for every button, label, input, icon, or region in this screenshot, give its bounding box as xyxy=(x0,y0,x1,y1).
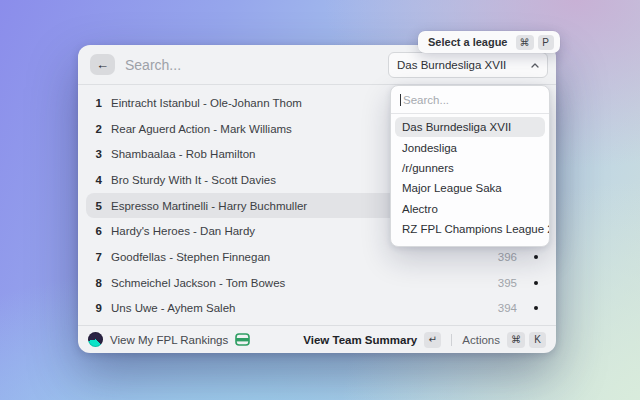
movement-dot-icon xyxy=(534,255,538,259)
row-rank: 1 xyxy=(92,97,102,109)
league-dropdown-search[interactable]: Search... xyxy=(391,86,549,114)
table-row[interactable]: 9Uns Uwe - Ayhem Saleh394 xyxy=(86,296,548,322)
row-rank: 7 xyxy=(92,251,102,263)
row-rank: 3 xyxy=(92,148,102,160)
keycap: ⌘ xyxy=(507,332,525,348)
main-search-input[interactable]: Search... xyxy=(125,57,181,73)
row-points: 394 xyxy=(498,302,517,314)
row-points: 396 xyxy=(498,251,517,263)
table-row[interactable]: 7Goodfellas - Stephen Finnegan396 xyxy=(86,244,548,270)
row-rank: 6 xyxy=(92,225,102,237)
row-team-manager: Rear Aguerd Action - Mark Williams xyxy=(111,123,292,135)
row-team-manager: Bro Sturdy With It - Scott Davies xyxy=(111,174,276,186)
row-rank: 4 xyxy=(92,174,102,186)
back-button[interactable]: ← xyxy=(90,54,115,75)
league-option[interactable]: Major League Saka xyxy=(395,178,545,198)
row-points: 395 xyxy=(498,277,517,289)
row-rank: 2 xyxy=(92,123,102,135)
keycap: P xyxy=(538,35,554,50)
text-cursor xyxy=(400,94,401,106)
tooltip-keys: ⌘P xyxy=(516,35,554,50)
row-team-manager: Schmeichel Jackson - Tom Bowes xyxy=(111,277,285,289)
footer-command-label: View My FPL Rankings xyxy=(110,334,228,346)
league-selector-button[interactable]: Das Burndesliga XVII xyxy=(388,52,548,78)
league-options-list: Das Burndesliga XVIIJondesliga/r/gunners… xyxy=(391,114,549,247)
back-arrow-icon: ← xyxy=(96,57,109,72)
keycap: ⌘ xyxy=(516,35,534,50)
footer: View My FPL Rankings View Team Summary ↵… xyxy=(78,325,556,353)
movement-dot-icon xyxy=(534,281,538,285)
row-team-manager: Shambaalaa - Rob Hamilton xyxy=(111,148,255,160)
row-rank: 5 xyxy=(92,200,102,212)
keycap: K xyxy=(529,332,546,348)
league-dropdown-panel: Search... Das Burndesliga XVIIJondesliga… xyxy=(390,85,550,247)
league-search-placeholder: Search... xyxy=(403,94,449,106)
league-option[interactable]: Alectro xyxy=(395,199,545,219)
row-team-manager: Uns Uwe - Ayhem Saleh xyxy=(111,302,235,314)
footer-divider xyxy=(451,334,452,346)
row-rank: 9 xyxy=(92,302,102,314)
tooltip-label: Select a league xyxy=(428,36,508,48)
league-option[interactable]: Fritzels 11 xyxy=(395,239,545,247)
row-rank: 8 xyxy=(92,277,102,289)
league-option[interactable]: Jondesliga xyxy=(395,137,545,157)
league-option[interactable]: Das Burndesliga XVII xyxy=(395,117,545,137)
footer-actions: View Team Summary ↵ Actions ⌘K xyxy=(303,332,546,348)
league-option[interactable]: RZ FPL Champions League 22/23 xyxy=(395,219,545,239)
enter-key-icon: ↵ xyxy=(424,332,441,348)
row-team-manager: Eintracht Istanbul - Ole-Johann Thom xyxy=(111,97,302,109)
chevron-up-icon xyxy=(531,63,539,68)
list-card-icon xyxy=(235,333,250,346)
row-team-manager: Espresso Martinelli - Harry Buchmuller xyxy=(111,200,307,212)
row-team-manager: Hardy's Heroes - Dan Hardy xyxy=(111,225,255,237)
actions-keys: ⌘K xyxy=(507,332,546,348)
row-team-manager: Goodfellas - Stephen Finnegan xyxy=(111,251,270,263)
league-option[interactable]: /r/gunners xyxy=(395,158,545,178)
league-selector-value: Das Burndesliga XVII xyxy=(397,59,506,71)
fpl-app-icon xyxy=(88,332,103,347)
actions-button[interactable]: Actions xyxy=(462,334,500,346)
table-row[interactable]: 8Schmeichel Jackson - Tom Bowes395 xyxy=(86,270,548,296)
desktop-background: ← Search... Das Burndesliga XVII 1Eintra… xyxy=(0,0,640,400)
movement-dot-icon xyxy=(534,306,538,310)
select-league-tooltip: Select a league ⌘P xyxy=(418,31,560,53)
view-team-summary-button[interactable]: View Team Summary xyxy=(303,334,417,346)
